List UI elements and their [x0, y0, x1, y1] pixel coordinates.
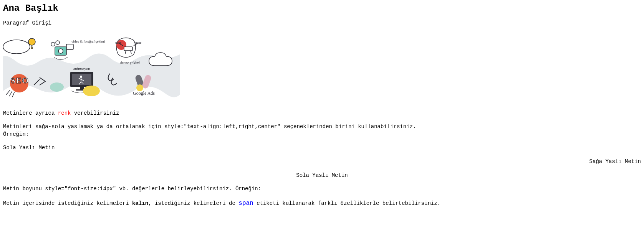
- intro-paragraph: Paragraf Girişi: [3, 20, 641, 27]
- align-instruction: Metinleri sağa-sola yaslamak ya da ortal…: [3, 123, 641, 131]
- marketing-illustration: video & fotoğraf çekimi drone çekimi SEO: [3, 33, 180, 104]
- color-example-after: verebilirsiniz: [71, 110, 119, 116]
- svg-text:drone çekimi: drone çekimi: [120, 61, 141, 65]
- color-example-word: renk: [58, 110, 71, 116]
- svg-rect-22: [80, 87, 84, 89]
- example-label: Örneğin:: [3, 131, 641, 138]
- svg-text:animasyon: animasyon: [73, 67, 90, 71]
- svg-text:SEO: SEO: [11, 76, 29, 85]
- svg-rect-10: [124, 47, 132, 51]
- svg-text:video & fotoğraf çekimi: video & fotoğraf çekimi: [71, 40, 105, 43]
- inline-p3: etiketi kullanarak farklı özelliklerle b…: [253, 200, 440, 206]
- illustration-container: video & fotoğraf çekimi drone çekimi SEO: [3, 33, 641, 104]
- svg-point-2: [28, 38, 35, 45]
- right-aligned-text: Sağa Yaslı Metin: [3, 158, 641, 166]
- svg-point-26: [83, 86, 100, 96]
- page-title: Ana Başlık: [3, 3, 641, 13]
- svg-point-31: [50, 82, 64, 92]
- inline-p1: Metin içerisinde istediğiniz kelimeleri: [3, 200, 132, 206]
- inline-style-paragraph: Metin içerisinde istediğiniz kelimeleri …: [3, 199, 641, 208]
- svg-text:Google Ads: Google Ads: [133, 91, 155, 96]
- font-size-instruction: Metin boyunu style="font-size:14px" vb. …: [3, 185, 641, 193]
- inline-p2: , istediğiniz kelimeleri de: [148, 200, 238, 206]
- svg-point-24: [80, 76, 82, 78]
- inline-bold-word: kalın: [132, 200, 148, 206]
- svg-rect-5: [66, 44, 73, 49]
- center-aligned-text: Sola Yaslı Metin: [3, 172, 641, 180]
- svg-rect-21: [72, 74, 91, 85]
- left-aligned-text: Sola Yaslı Metin: [3, 144, 641, 152]
- color-example-paragraph: Metinlere ayrıca renk verebilirsiniz: [3, 110, 641, 117]
- color-example-before: Metinlere ayrıca: [3, 110, 58, 116]
- svg-point-1: [3, 40, 30, 54]
- inline-span-word: span: [238, 200, 253, 207]
- svg-point-4: [58, 49, 63, 53]
